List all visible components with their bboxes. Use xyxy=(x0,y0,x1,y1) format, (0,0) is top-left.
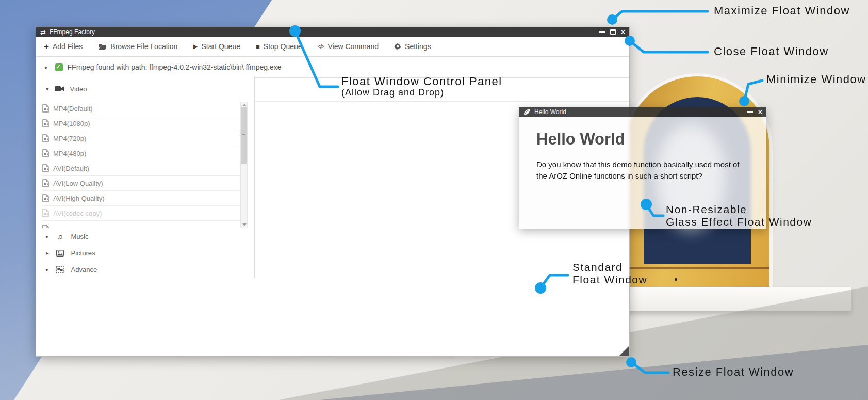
start-queue-button[interactable]: ▶ Start Queue xyxy=(193,42,240,51)
video-camera-icon xyxy=(55,86,64,92)
list-item[interactable]: AVI(codec copy) xyxy=(42,206,240,221)
ffmpeg-path-status: FFmpeg found with path: ffmpeg-4.0.2-win… xyxy=(68,63,282,71)
list-item[interactable]: AVI(High Quality) xyxy=(42,191,240,206)
settings-button[interactable]: Settings xyxy=(394,42,431,51)
picture-icon xyxy=(55,250,65,257)
expander-collapsed-icon: ▸ xyxy=(46,234,49,239)
music-note-icon: ♫ xyxy=(55,233,65,241)
stop-queue-button[interactable]: ■ Stop Queue xyxy=(256,42,302,51)
gear-icon xyxy=(394,43,401,50)
photo-window-sill xyxy=(620,287,851,311)
preset-sidebar: ▾ Video MP4(Default) MP4(1080p) MP4(720p xyxy=(36,76,255,278)
list-item[interactable]: MP4(720p) xyxy=(42,131,240,146)
close-icon[interactable]: × xyxy=(621,29,625,35)
plus-icon: + xyxy=(44,42,49,51)
browse-file-location-button[interactable]: Browse File Location xyxy=(98,42,177,51)
folder-open-icon xyxy=(98,43,107,50)
scroll-up-icon[interactable] xyxy=(242,104,247,106)
hello-world-body: Hello World Do you know that this demo f… xyxy=(519,117,766,229)
ffmpeg-status-row[interactable]: ▸ FFmpeg found with path: ffmpeg-4.0.2-w… xyxy=(36,57,629,78)
sidebar-item-pictures[interactable]: ▸ Pictures xyxy=(36,245,255,261)
hello-world-title: Hello World xyxy=(534,108,566,116)
hello-world-titlebar[interactable]: Hello World × xyxy=(519,107,766,117)
leaf-icon xyxy=(523,108,531,116)
check-icon xyxy=(55,63,63,71)
hello-world-window: Hello World × Hello World Do you know th… xyxy=(519,107,766,229)
expander-collapsed-icon: ▸ xyxy=(46,267,49,273)
maximize-button[interactable] xyxy=(610,29,616,35)
list-item[interactable]: AVI(Default) xyxy=(42,161,240,176)
stop-icon: ■ xyxy=(256,43,260,50)
scrollbar-thumb[interactable] xyxy=(241,107,247,164)
code-icon: </> xyxy=(318,44,324,50)
list-item[interactable] xyxy=(42,221,240,228)
ffmpeg-window-title: FFmpeg Factory xyxy=(50,28,95,36)
annotation-maximize: Maximize Float Window xyxy=(714,5,850,17)
desktop: ⇄ FFmpeg Factory × + Add Files Browse Fi… xyxy=(0,0,868,400)
annotation-minimize: Minimize Window xyxy=(766,73,866,86)
annotation-close: Close Float Window xyxy=(714,45,829,58)
view-command-button[interactable]: </> View Command xyxy=(318,42,379,51)
hello-world-text: Do you know that this demo function basi… xyxy=(536,159,750,182)
ffmpeg-toolbar: + Add Files Browse File Location ▶ Start… xyxy=(36,37,629,57)
ffmpeg-titlebar[interactable]: ⇄ FFmpeg Factory × xyxy=(36,27,629,37)
video-section-header[interactable]: ▾ Video xyxy=(36,76,254,101)
add-files-button[interactable]: + Add Files xyxy=(44,42,83,51)
scroll-down-icon[interactable] xyxy=(242,223,247,226)
list-item[interactable]: MP4(1080p) xyxy=(42,116,240,131)
sidebar-item-advance[interactable]: ▸ Advance xyxy=(36,261,255,278)
close-icon[interactable]: × xyxy=(758,109,762,115)
minimize-button[interactable] xyxy=(747,109,753,115)
video-preset-list: MP4(Default) MP4(1080p) MP4(720p) MP4(48… xyxy=(36,101,255,228)
play-icon: ▶ xyxy=(193,43,198,50)
expander-collapsed-icon[interactable]: ▸ xyxy=(45,65,48,70)
sidebar-item-music[interactable]: ▸ ♫ Music xyxy=(36,228,255,245)
list-item[interactable]: MP4(480p) xyxy=(42,146,240,161)
annotation-resize: Resize Float Window xyxy=(673,366,794,378)
list-item[interactable]: MP4(Default) xyxy=(42,101,240,116)
swap-arrows-icon: ⇄ xyxy=(40,29,46,36)
scrollbar[interactable] xyxy=(240,102,248,228)
minimize-button[interactable] xyxy=(599,29,605,35)
expander-collapsed-icon: ▸ xyxy=(46,250,49,256)
object-group-icon xyxy=(55,266,65,273)
list-item[interactable]: AVI(Low Quality) xyxy=(42,176,240,191)
resize-grip[interactable] xyxy=(619,346,629,356)
expander-expanded-icon: ▾ xyxy=(46,86,49,92)
hello-world-heading: Hello World xyxy=(536,130,766,149)
